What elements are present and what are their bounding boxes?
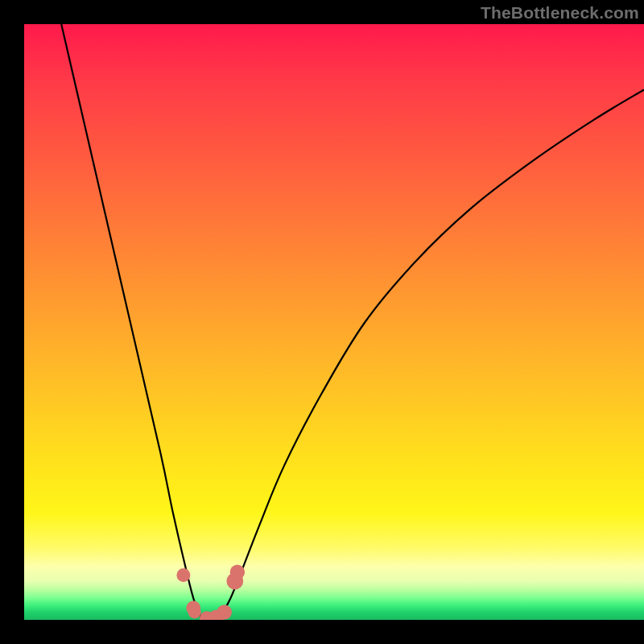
data-point-marker xyxy=(230,565,245,580)
chart-frame: TheBottleneck.com xyxy=(0,0,644,644)
data-point-marker xyxy=(188,605,201,618)
bottleneck-curve xyxy=(61,24,644,620)
attribution-watermark: TheBottleneck.com xyxy=(481,3,639,23)
data-point-marker xyxy=(176,568,190,582)
plot-area xyxy=(24,24,644,620)
bottleneck-curve-svg xyxy=(24,24,644,620)
data-point-markers xyxy=(176,565,245,620)
curve-path xyxy=(61,24,644,620)
data-point-marker xyxy=(217,605,231,619)
